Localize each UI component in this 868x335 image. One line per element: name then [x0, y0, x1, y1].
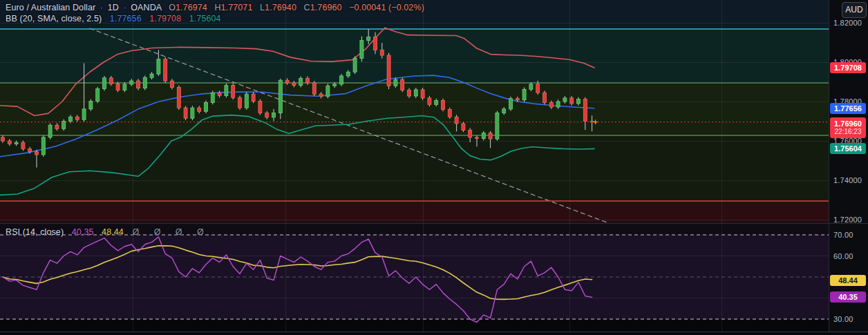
last-price-value: 1.76960 [834, 119, 862, 128]
symbol-title[interactable]: Euro / Australian Dollar [6, 3, 95, 12]
bb-upper-value: 1.79708 [149, 14, 181, 23]
bb-indicator-legend[interactable]: BB (20, SMA, close, 2.5) 1.77656 1.79708… [6, 14, 221, 23]
interval-label[interactable]: 1D [108, 3, 119, 12]
scale-label: 60.00 [833, 252, 853, 260]
scale-label: 30.00 [833, 315, 853, 323]
symbol-header[interactable]: Euro / Australian Dollar · 1D · OANDA O1… [6, 3, 424, 12]
time-axis[interactable] [0, 332, 868, 335]
separator-dot: · [98, 3, 105, 12]
rsi-empty-plots: Ø Ø Ø Ø [132, 227, 209, 237]
rsi-badge: 40.35 [830, 291, 866, 303]
price-pane[interactable]: + [0, 0, 829, 224]
currency-toggle-button[interactable]: AUD [842, 2, 867, 18]
svg-text:+: + [593, 117, 598, 127]
exchange-label[interactable]: OANDA [131, 3, 161, 12]
bb-lower-value: 1.75604 [189, 14, 221, 23]
bar-countdown: 22:16:23 [830, 128, 866, 135]
rsi-ma-value: 48.44 [102, 227, 124, 237]
bb-legend-title[interactable]: BB (20, SMA, close, 2.5) [6, 14, 102, 23]
open-value: 1.76974 [176, 3, 207, 12]
high-label: H [214, 3, 220, 12]
pane-separator[interactable] [0, 223, 868, 224]
scale-label: 1.82000 [833, 19, 862, 27]
separator-dot: · [121, 3, 128, 12]
last-price-badge: 1.7696022:16:23 [830, 117, 866, 138]
rsi-ma-badge: 48.44 [830, 275, 866, 286]
rsi-legend-title[interactable]: RSI (14, close) [6, 227, 64, 237]
high-value: 1.77071 [221, 3, 253, 12]
close-label: C [304, 3, 310, 12]
bb-lower-badge: 1.75604 [830, 143, 866, 154]
bb-upper-badge: 1.79708 [830, 62, 866, 73]
rsi-pane[interactable] [0, 224, 829, 332]
open-label: O [169, 3, 176, 12]
tradingview-chart-window: + Euro / Australian Dollar · 1D · OANDA … [0, 0, 868, 335]
bb-basis-badge: 1.77656 [830, 103, 866, 114]
change-value: −0.00041 (−0.02%) [349, 3, 424, 12]
scale-label: 1.74000 [833, 176, 862, 184]
bb-basis-value: 1.77656 [110, 14, 142, 23]
scale-label: 70.00 [833, 231, 853, 239]
rsi-indicator-legend[interactable]: RSI (14, close) 40.35 48.44 Ø Ø Ø Ø [6, 227, 210, 237]
price-scale[interactable]: AUD 1.820001.800001.780001.760001.740001… [829, 0, 868, 335]
low-value: 1.76940 [265, 3, 296, 12]
close-value: 1.76960 [310, 3, 342, 12]
rsi-value: 40.35 [72, 227, 94, 237]
